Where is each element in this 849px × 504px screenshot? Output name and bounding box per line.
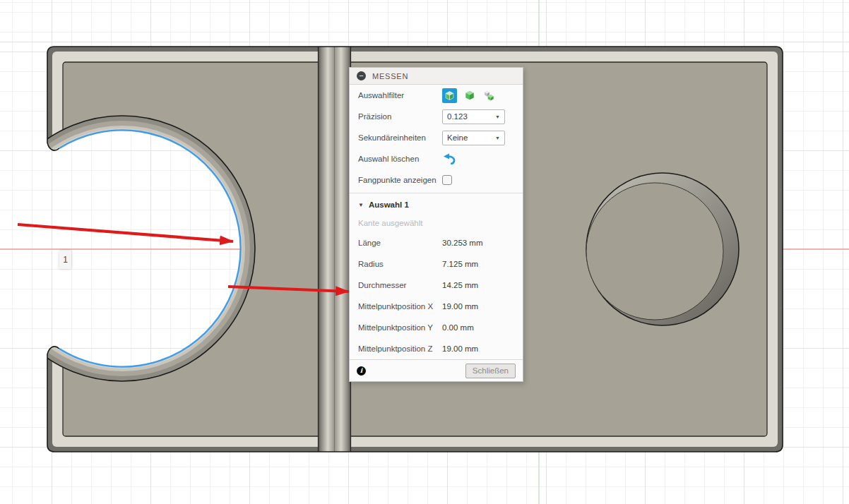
cutout-fillet-mid: [0, 121, 250, 376]
measure-value: 0.00 mm: [442, 323, 474, 332]
selection-section-header[interactable]: ▼ Auswahl 1: [350, 196, 523, 214]
precision-select[interactable]: 0.123 ▼: [442, 109, 505, 124]
measure-label: Mittelpunktposition Z: [358, 344, 442, 353]
measure-row-diameter: Durchmesser 14.25 mm: [350, 275, 523, 296]
measure-row-center-z: Mittelpunktposition Z 19.00 mm: [350, 338, 523, 359]
snap-points-checkbox[interactable]: [442, 175, 452, 185]
measure-panel: − MESSEN Auswahlfilter: [349, 67, 523, 382]
filter-face-icon[interactable]: [442, 88, 457, 103]
right-hole-bottom-face[interactable]: [586, 183, 723, 320]
clear-selection-row: Auswahl löschen: [350, 148, 523, 169]
measure-label: Mittelpunktposition X: [358, 302, 442, 311]
precision-value: 0.123: [447, 112, 468, 121]
secondary-units-select[interactable]: Keine ▼: [442, 131, 505, 145]
filter-component-icon[interactable]: [482, 88, 497, 103]
measure-row-center-x: Mittelpunktposition X 19.00 mm: [350, 296, 523, 317]
collapse-panel-icon[interactable]: −: [357, 71, 366, 80]
info-icon[interactable]: i: [357, 366, 366, 376]
panel-separator: [350, 193, 523, 193]
measure-label: Radius: [358, 260, 442, 268]
measure-label: Länge: [358, 239, 442, 247]
measure-value: 19.00 mm: [442, 344, 478, 353]
panel-footer: i Schließen: [350, 359, 523, 381]
measure-value: 19.00 mm: [442, 302, 478, 311]
chevron-down-icon: ▼: [358, 202, 364, 208]
measure-label: Mittelpunktposition Y: [358, 323, 442, 332]
secondary-units-row: Sekundäreinheiten Keine ▼: [350, 127, 523, 148]
measure-value: 30.253 mm: [442, 239, 483, 247]
panel-title: MESSEN: [372, 72, 408, 80]
clear-selection-label: Auswahl löschen: [358, 155, 442, 163]
measure-value: 14.25 mm: [442, 281, 478, 289]
clear-selection-undo-icon[interactable]: [442, 153, 457, 164]
snap-points-label: Fangpunkte anzeigen: [358, 176, 442, 184]
selection-filter-row: Auswahlfilter: [350, 85, 523, 106]
dropdown-caret-icon: ▼: [495, 136, 500, 140]
secondary-units-value: Keine: [447, 133, 468, 142]
measure-label: Durchmesser: [358, 281, 442, 289]
measure-row-radius: Radius 7.125 mm: [350, 253, 523, 275]
selection-status: Kante ausgewählt: [350, 214, 523, 232]
cutout-fillet-light: [0, 126, 245, 371]
selection-section-title: Auswahl 1: [369, 200, 409, 209]
selection-marker: 1: [59, 251, 71, 269]
measure-row-length: Länge 30.253 mm: [350, 232, 523, 253]
snap-points-row: Fangpunkte anzeigen: [350, 169, 523, 191]
measure-row-center-y: Mittelpunktposition Y 0.00 mm: [350, 317, 523, 338]
precision-row: Präzision 0.123 ▼: [350, 106, 523, 127]
secondary-units-label: Sekundäreinheiten: [358, 133, 442, 142]
selection-filter-label: Auswahlfilter: [358, 91, 442, 100]
measure-value: 7.125 mm: [442, 260, 478, 268]
measure-panel-header[interactable]: − MESSEN: [350, 68, 523, 85]
cutout-outer-edge[interactable]: [0, 116, 255, 381]
close-button[interactable]: Schließen: [465, 364, 516, 378]
fusion-viewport[interactable]: 1 − MESSEN Auswahlfilter: [0, 0, 849, 504]
precision-label: Präzision: [358, 112, 442, 121]
dropdown-caret-icon: ▼: [495, 114, 500, 119]
filter-body-icon[interactable]: [462, 88, 477, 103]
